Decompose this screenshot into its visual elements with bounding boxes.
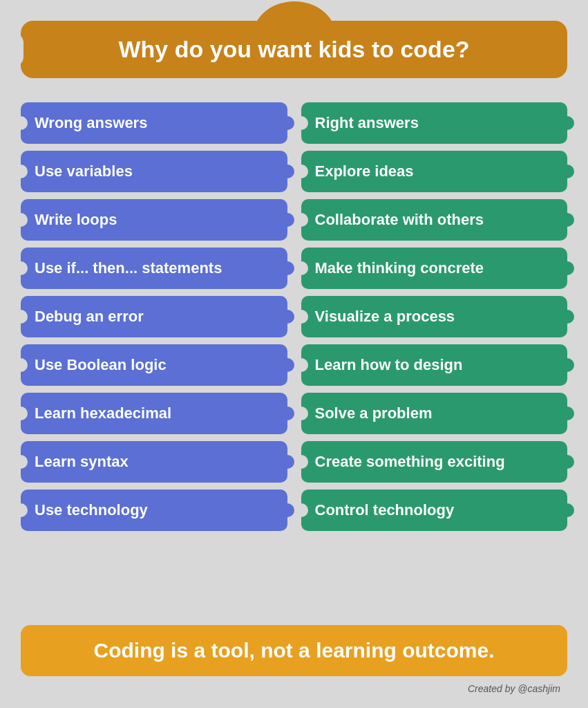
header-key: Why do you want kids to code? bbox=[21, 21, 567, 78]
left-column-item-4: Debug an error bbox=[21, 296, 287, 337]
page-title: Why do you want kids to code? bbox=[118, 36, 469, 63]
left-column-item-0: Wrong answers bbox=[21, 102, 287, 144]
footer-text: Coding is a tool, not a learning outcome… bbox=[93, 639, 494, 662]
right-column-item-1: Explore ideas bbox=[301, 151, 568, 192]
left-column-item-2: Write loops bbox=[21, 199, 287, 241]
right-column-item-8: Control technology bbox=[301, 490, 568, 531]
left-column: Wrong answersUse variablesWrite loopsUse… bbox=[21, 102, 287, 604]
columns-container: Wrong answersUse variablesWrite loopsUse… bbox=[21, 102, 567, 604]
left-column-item-3: Use if... then... statements bbox=[21, 248, 287, 289]
footer-banner: Coding is a tool, not a learning outcome… bbox=[21, 625, 567, 676]
left-column-item-7: Learn syntax bbox=[21, 441, 287, 483]
right-column: Right answersExplore ideasCollaborate wi… bbox=[301, 102, 568, 604]
right-column-item-7: Create something exciting bbox=[301, 441, 568, 483]
right-column-item-6: Solve a problem bbox=[301, 393, 568, 434]
right-column-item-4: Visualize a process bbox=[301, 296, 568, 337]
right-column-item-0: Right answers bbox=[301, 102, 568, 144]
right-column-item-5: Learn how to design bbox=[301, 344, 568, 386]
right-column-item-3: Make thinking concrete bbox=[301, 248, 568, 289]
right-column-item-2: Collaborate with others bbox=[301, 199, 568, 241]
left-column-item-5: Use Boolean logic bbox=[21, 344, 287, 386]
left-column-item-1: Use variables bbox=[21, 151, 287, 192]
credit-text: Created by @cashjim bbox=[21, 683, 567, 694]
page-wrapper: Why do you want kids to code? Wrong answ… bbox=[0, 0, 588, 708]
left-column-item-8: Use technology bbox=[21, 490, 287, 531]
left-column-item-6: Learn hexadecimal bbox=[21, 393, 287, 434]
header-container: Why do you want kids to code? bbox=[21, 21, 567, 78]
